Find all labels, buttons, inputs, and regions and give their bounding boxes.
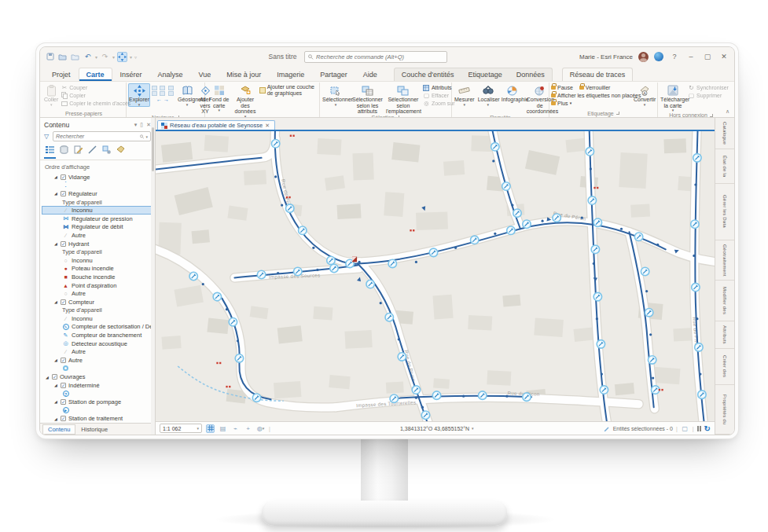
- layer-item-ouvrages[interactable]: ◢✓Ouvrages: [42, 372, 155, 381]
- map-svg[interactable]: Rue de PontImpasse des SourcesRue du Pér…: [156, 131, 715, 421]
- ribbon-tab-carte[interactable]: Carte: [79, 68, 112, 81]
- copy-path-button[interactable]: Copier le chemin d'accès: [61, 100, 130, 107]
- layer-checkbox[interactable]: ✓: [61, 299, 66, 305]
- contents-scrollbar[interactable]: [151, 118, 155, 435]
- layer-checkbox[interactable]: ✓: [61, 174, 66, 180]
- list-by-snapping-icon[interactable]: [88, 145, 97, 156]
- field-heading[interactable]: Type d'appareil: [42, 306, 155, 315]
- layer-item-autre[interactable]: ◢✓Autre: [42, 356, 155, 365]
- tab-history[interactable]: Historique: [76, 425, 112, 434]
- map-canvas[interactable]: Rue de PontImpasse des SourcesRue du Pér…: [156, 131, 715, 421]
- layer-checkbox[interactable]: ✓: [61, 383, 66, 388]
- expander-icon[interactable]: ◢: [53, 399, 58, 404]
- right-tab-modifier-des-entit-s[interactable]: Modifier des entités: [715, 281, 734, 321]
- contents-search-input[interactable]: [56, 134, 138, 139]
- select-button[interactable]: Sélectionner▾: [322, 83, 350, 107]
- ribbon-tab-etiquetage[interactable]: Etiquetage: [461, 68, 509, 81]
- filter-icon[interactable]: ▽: [44, 134, 50, 140]
- expander-icon[interactable]: ◢: [53, 174, 58, 179]
- layer-item-hydrant[interactable]: ◢✓Hydrant: [42, 240, 155, 248]
- ribbon-tab-analyse[interactable]: Analyse: [151, 68, 190, 81]
- clear-selection-button[interactable]: ▢Effacer: [423, 92, 455, 99]
- coordinates-readout[interactable]: 1,3841312°O 43,6855152°N ▾: [400, 426, 474, 431]
- right-tab-g-rer-les-data-stores-inscrits[interactable]: Gérer les Data Stores inscrits: [715, 184, 734, 240]
- expander-icon[interactable]: ◢: [53, 383, 58, 387]
- command-search-input[interactable]: [316, 53, 443, 61]
- ribbon-tab-partager[interactable]: Partager: [313, 68, 355, 81]
- ribbon-tab-ins-rer[interactable]: Insérer: [113, 68, 149, 81]
- ribbon-tab-couche-d-entit-s[interactable]: Couche d'entités: [395, 68, 461, 81]
- pause-drawing-icon[interactable]: [697, 426, 701, 431]
- scale-select[interactable]: 1:1 062 ▾: [160, 424, 202, 433]
- ribbon-tab-aide[interactable]: Aide: [356, 68, 384, 81]
- symbol-class-r-gulateur-de-pression[interactable]: ⋈Régulateur de pression: [42, 215, 155, 223]
- list-by-editing-icon[interactable]: [74, 145, 83, 156]
- redo-dropdown-icon[interactable]: ▾: [112, 54, 115, 60]
- right-tab-attributs[interactable]: Attributs: [715, 321, 734, 349]
- map-tab-close-icon[interactable]: ✕: [265, 123, 270, 129]
- field-heading[interactable]: Type d'appareil: [42, 198, 155, 207]
- expander-icon[interactable]: ◢: [53, 241, 58, 246]
- symbol-class-compteur-de-sectorisation-d-bi[interactable]: ✎Compteur de sectorisation / Débitmèt…: [42, 323, 155, 332]
- prev-next-extent-icons[interactable]: ←→: [152, 97, 175, 102]
- add-graphics-layer-button[interactable]: Ajouter une couche de graphiques: [259, 84, 318, 96]
- right-tab--tat-de-la-t-che[interactable]: État de la tâche: [715, 149, 734, 183]
- layer-item-station-de-traitement[interactable]: ◢✓Station de traitement: [42, 414, 155, 423]
- show-unplaced-labels-button[interactable]: Afficher les étiquettes non placées: [551, 92, 631, 99]
- download-map-button[interactable]: Télécharger la carte▾: [660, 83, 686, 112]
- layer-item-vidange[interactable]: ◢✓Vidange: [42, 173, 155, 182]
- pane-pin-icon[interactable]: ▯: [140, 122, 143, 128]
- globe-icon[interactable]: ◍▾: [256, 424, 265, 433]
- layer-symbol[interactable]: ?: [42, 389, 155, 398]
- select-by-attributes-button[interactable]: Sélectionner selon les attributs: [351, 83, 384, 115]
- ribbon-tab-projet[interactable]: Projet: [45, 68, 78, 81]
- add-feature-icon[interactable]: +: [244, 424, 252, 433]
- lock-labels-button[interactable]: Verrouiller: [579, 84, 611, 91]
- add-data-button[interactable]: Ajouter des données▾: [233, 83, 257, 118]
- layer-checkbox[interactable]: ✓: [61, 416, 66, 421]
- symbol-class-d-tecteur-acoustique[interactable]: ◎Détecteur acoustique: [42, 339, 155, 348]
- symbol-class-poteau-incendie[interactable]: ●Poteau incendie: [42, 265, 155, 273]
- command-search[interactable]: [304, 51, 447, 63]
- list-by-drawing-order-icon[interactable]: [46, 145, 54, 156]
- undo-icon[interactable]: ↶: [83, 52, 93, 62]
- undo-dropdown-icon[interactable]: ▾: [95, 54, 97, 60]
- symbol-class-inconnu[interactable]: ○Inconnu: [42, 256, 155, 265]
- expander-icon[interactable]: ◢: [45, 375, 50, 380]
- layers-icon[interactable]: ▤: [219, 424, 227, 433]
- right-tab-catalogue[interactable]: Catalogue: [715, 118, 734, 149]
- ribbon-tab-r-seau-de-traces[interactable]: Réseau de traces: [563, 68, 633, 81]
- sync-button[interactable]: ↻Synchroniser: [688, 84, 729, 91]
- collapse-ribbon-icon[interactable]: ∧: [724, 108, 733, 117]
- pause-labels-button[interactable]: Pause: [551, 84, 573, 91]
- ribbon-tab-mise-jour[interactable]: Mise à jour: [219, 68, 268, 81]
- expander-icon[interactable]: ◢: [53, 416, 58, 421]
- offline-dialog-launcher-icon[interactable]: [710, 114, 713, 117]
- help-button[interactable]: ?: [669, 53, 680, 61]
- layer-checkbox[interactable]: ✓: [61, 241, 66, 247]
- labeling-dialog-launcher-icon[interactable]: [616, 112, 619, 115]
- list-by-selection-icon[interactable]: [102, 145, 111, 156]
- expander-icon[interactable]: ◢: [53, 299, 58, 304]
- avatar[interactable]: [638, 52, 649, 62]
- symbol-class-r-gulateur-de-d-bit[interactable]: ⋈Régulateur de débit: [42, 223, 155, 232]
- symbol-class-point-d-aspiration[interactable]: ▲Point d'aspiration: [42, 281, 155, 290]
- symbol-class-autre[interactable]: ∕Autre: [42, 231, 155, 240]
- layer-item-compteur[interactable]: ◢✓Compteur: [42, 298, 155, 306]
- layer-item-r-gulateur[interactable]: ◢✓Régulateur: [42, 189, 155, 198]
- new-project-icon[interactable]: [70, 52, 80, 62]
- explore-dropdown-icon[interactable]: ▾: [130, 54, 132, 60]
- bookmarks-button[interactable]: Géosignets▾: [177, 83, 197, 107]
- basemap-button[interactable]: Fond de carte▾: [207, 83, 231, 112]
- search-dropdown-icon[interactable]: ▾: [145, 134, 148, 139]
- select-by-location-button[interactable]: Sélectionner selon l'emplacement: [385, 83, 421, 115]
- right-tab-g-otraitement[interactable]: Géotraitement: [715, 240, 734, 281]
- list-by-data-source-icon[interactable]: [60, 145, 68, 156]
- map-view-tab[interactable]: Réseau d'eau potable de Seynosse ✕: [157, 120, 275, 130]
- infographics-button[interactable]: Infographie: [501, 83, 524, 103]
- open-project-icon[interactable]: [57, 52, 68, 62]
- close-button[interactable]: ✕: [718, 53, 729, 61]
- qat-customize-icon[interactable]: ▿: [134, 54, 137, 60]
- explore-tool-icon[interactable]: [117, 52, 127, 62]
- remove-button[interactable]: ▢Supprimer: [688, 92, 729, 99]
